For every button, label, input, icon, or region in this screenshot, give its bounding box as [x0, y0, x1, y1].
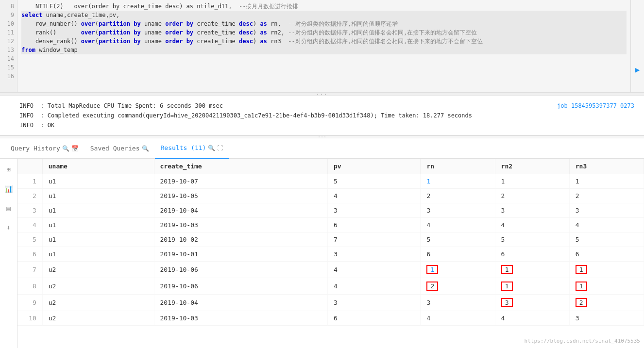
resize-handle[interactable]: ··· — [0, 92, 644, 96]
download-icon[interactable]: ⬇ — [2, 221, 16, 234]
tab-query-history-label: Query History — [11, 145, 60, 152]
grid-icon[interactable]: ⊞ — [2, 163, 16, 176]
cell-rn: 5 — [421, 232, 495, 247]
cell-pv: 4 — [327, 278, 420, 295]
cell-rn: 4 — [421, 218, 495, 232]
cell-create-time: 2019-10-03 — [154, 311, 327, 326]
cell-uname: u2 — [42, 278, 154, 295]
cell-row-num: 6 — [17, 247, 42, 262]
cell-pv: 3 — [327, 203, 420, 218]
log-line-3: INFO : OK — [19, 120, 625, 130]
cell-rn2: 4 — [495, 218, 569, 232]
cell-uname: u2 — [42, 295, 154, 311]
expand-icon: ⛶ — [217, 145, 223, 151]
cell-row-num: 10 — [17, 311, 42, 326]
cell-create-time: 2019-10-06 — [154, 262, 327, 278]
cell-rn: 2 — [421, 278, 495, 295]
editor-sidebar: ▶ — [630, 0, 644, 92]
cell-rn2: 1 — [495, 278, 569, 295]
log-line-2: INFO : Completed executing command(query… — [19, 111, 625, 120]
search-icon-2: 🔍 — [142, 145, 149, 152]
cell-create-time: 2019-10-02 — [154, 232, 327, 247]
chart-icon[interactable]: 📊 — [2, 182, 16, 196]
cell-pv: 6 — [327, 218, 420, 232]
table-row: 8u22019-10-064211 — [17, 278, 644, 295]
cell-row-num: 3 — [17, 203, 42, 218]
cell-pv: 7 — [327, 232, 420, 247]
cell-row-num: 2 — [17, 189, 42, 203]
table-row: 5u12019-10-027555 — [17, 232, 644, 247]
filter-icon[interactable]: ▤ — [2, 201, 16, 215]
col-header-create-time: create_time — [154, 159, 327, 174]
cell-rn3: 1 — [569, 174, 644, 189]
col-header-rn2: rn2 — [495, 159, 569, 174]
cell-rn3: 1 — [569, 262, 644, 278]
col-header-num — [17, 159, 42, 174]
cell-pv: 6 — [327, 311, 420, 326]
cell-row-num: 4 — [17, 218, 42, 232]
job-link[interactable]: job_1584595397377_0273 — [557, 101, 634, 111]
results-content[interactable]: uname create_time pv rn rn2 rn3 1u12019-… — [17, 159, 644, 348]
search-icon-1: 🔍 — [62, 145, 69, 152]
cell-pv: 3 — [327, 295, 420, 311]
tabs-bar: Query History 🔍 📅 Saved Queries 🔍 Result… — [0, 138, 644, 159]
col-header-rn: rn — [421, 159, 495, 174]
cell-create-time: 2019-10-04 — [154, 203, 327, 218]
tab-saved-queries-label: Saved Queries — [90, 145, 140, 152]
cell-rn3: 3 — [569, 203, 644, 218]
table-row: 4u12019-10-036444 — [17, 218, 644, 232]
cell-row-num: 1 — [17, 174, 42, 189]
run-button[interactable]: ▶ — [635, 65, 640, 74]
tab-results-label: Results (11) — [161, 144, 206, 151]
editor-area: 8 9 10 11 12 13 14 15 16 NTILE(2) over(o… — [0, 0, 644, 92]
table-row: 9u22019-10-043332 — [17, 295, 644, 311]
cell-row-num: 9 — [17, 295, 42, 311]
log-area: INFO : Total MapReduce CPU Time Spent: 6… — [0, 96, 644, 135]
left-sidebar: ⊞ 📊 ▤ ⬇ — [0, 159, 17, 348]
cell-uname: u2 — [42, 311, 154, 326]
cell-uname: u1 — [42, 247, 154, 262]
cell-rn3: 1 — [569, 278, 644, 295]
cell-rn: 1 — [421, 174, 495, 189]
cell-uname: u1 — [42, 232, 154, 247]
tab-results[interactable]: Results (11) 🔍 ⛶ — [155, 138, 229, 159]
cell-row-num: 7 — [17, 262, 42, 278]
cell-rn3: 2 — [569, 189, 644, 203]
cell-rn3: 5 — [569, 232, 644, 247]
cell-create-time: 2019-10-05 — [154, 189, 327, 203]
cell-row-num: 8 — [17, 278, 42, 295]
cell-create-time: 2019-10-04 — [154, 295, 327, 311]
code-content[interactable]: NTILE(2) over(order by create_time desc)… — [17, 0, 630, 92]
cell-pv: 3 — [327, 247, 420, 262]
cell-rn2: 3 — [495, 203, 569, 218]
cell-rn: 6 — [421, 247, 495, 262]
table-body: 1u12019-10-0751112u12019-10-0542223u1201… — [17, 174, 644, 326]
table-row: 3u12019-10-043333 — [17, 203, 644, 218]
results-wrapper: ⊞ 📊 ▤ ⬇ uname create_time pv rn rn2 rn3 — [0, 159, 644, 348]
table-row: 10u22019-10-036443 — [17, 311, 644, 326]
table-row: 7u22019-10-064111 — [17, 262, 644, 278]
results-table: uname create_time pv rn rn2 rn3 1u12019-… — [17, 159, 644, 326]
log-line-1: INFO : Total MapReduce CPU Time Spent: 6… — [19, 101, 625, 111]
table-row: 2u12019-10-054222 — [17, 189, 644, 203]
cell-rn: 4 — [421, 311, 495, 326]
cell-create-time: 2019-10-03 — [154, 218, 327, 232]
cell-rn: 2 — [421, 189, 495, 203]
tab-saved-queries[interactable]: Saved Queries 🔍 — [85, 138, 155, 159]
cell-pv: 5 — [327, 174, 420, 189]
cell-rn3: 4 — [569, 218, 644, 232]
tab-query-history[interactable]: Query History 🔍 📅 — [5, 138, 85, 159]
cell-uname: u1 — [42, 174, 154, 189]
cell-rn2: 3 — [495, 295, 569, 311]
col-header-pv: pv — [327, 159, 420, 174]
cell-rn3: 2 — [569, 295, 644, 311]
col-header-uname: uname — [42, 159, 154, 174]
search-icon-3: 🔍 — [208, 145, 215, 151]
table-row: 1u12019-10-075111 — [17, 174, 644, 189]
cell-rn2: 1 — [495, 262, 569, 278]
cell-create-time: 2019-10-07 — [154, 174, 327, 189]
cell-rn2: 1 — [495, 174, 569, 189]
cell-rn2: 6 — [495, 247, 569, 262]
cell-uname: u1 — [42, 203, 154, 218]
cell-uname: u2 — [42, 262, 154, 278]
